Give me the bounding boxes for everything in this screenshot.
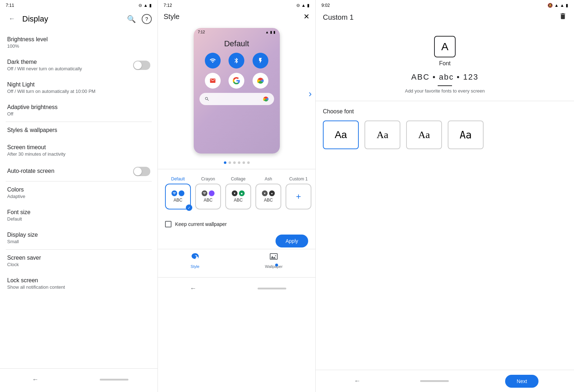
back-nav-2[interactable]: ← [187, 282, 199, 295]
style-option-crayon[interactable]: Crayon ABC [195, 176, 221, 209]
font-icon-box: A [434, 36, 456, 57]
screen-saver-label: Screen saver [7, 255, 41, 261]
settings-item-lock-screen[interactable]: Lock screen Show all notification conten… [0, 272, 157, 295]
back-nav-3[interactable]: ← [351, 374, 363, 388]
font-option-1[interactable]: Aa [323, 121, 359, 149]
default-wifi-icon [171, 190, 177, 196]
style-option-collage-label: Collage [231, 176, 246, 181]
phone-time: 7:12 [198, 30, 205, 34]
auto-rotate-toggle[interactable] [133, 167, 150, 176]
settings-item-colors[interactable]: Colors Adaptive [0, 181, 157, 204]
style-option-crayon-box[interactable]: ABC [195, 184, 221, 209]
dark-theme-sublabel: Off / Will never turn on automatically [7, 66, 82, 71]
collage-wifi-icon: ▼ [232, 190, 237, 196]
style-option-custom1[interactable]: Custom 1 + [286, 176, 311, 209]
status-bar-2: 7:12 ⊝ ▲ ▮ [158, 0, 315, 9]
lock-screen-sublabel: Show all notification content [7, 284, 65, 290]
font-option-4[interactable]: Aa [448, 121, 484, 149]
lock-screen-label: Lock screen [7, 277, 65, 284]
custom-bottom: ← Next [316, 370, 574, 392]
dark-theme-label: Dark theme [7, 59, 82, 65]
settings-item-screen-timeout[interactable]: Screen timeout After 30 minutes of inact… [0, 139, 157, 162]
display-actions: 🔍 ? [127, 14, 152, 24]
status-bar-1: 7:11 ⊝ ▲ ▮ [0, 0, 157, 9]
settings-item-brightness[interactable]: Brightness level 100% [0, 31, 157, 54]
preview-wrapper: 7:12 ▲ ▮ ▮ Default [158, 24, 315, 167]
preview-next-button[interactable]: › [309, 88, 312, 99]
signal-icon-3: ▲ [560, 3, 564, 8]
wallpaper-label: Keep current wallpaper [175, 221, 227, 227]
back-nav-button[interactable]: ← [29, 373, 41, 386]
font-section-title: Font [439, 60, 451, 67]
phone-status: 7:12 ▲ ▮ ▮ [194, 28, 280, 36]
display-panel: 7:11 ⊝ ▲ ▮ ← Display 🔍 ? Brightness leve… [0, 0, 158, 392]
settings-item-font-size[interactable]: Font size Default [0, 204, 157, 227]
next-button[interactable]: Next [505, 375, 538, 388]
settings-item-auto-rotate[interactable]: Auto-rotate screen [0, 162, 157, 181]
svg-point-0 [193, 256, 194, 257]
style-tab-icon [191, 252, 199, 263]
search-button[interactable]: 🔍 [127, 15, 136, 23]
svg-point-1 [194, 254, 195, 255]
style-title: Style [164, 13, 179, 21]
apply-button[interactable]: Apply [276, 235, 308, 247]
style-option-collage[interactable]: Collage ▼ ■ ABC [225, 176, 251, 209]
wifi-app-icon [205, 53, 221, 69]
svg-point-3 [197, 256, 198, 257]
font-option-3[interactable]: Aa [406, 121, 442, 149]
dot-3 [233, 161, 236, 164]
font-icon: A [441, 41, 448, 53]
bottom-tabs: Style Wallpaper [158, 249, 315, 277]
style-option-default-box[interactable]: ABC ✓ [165, 184, 191, 209]
settings-item-styles[interactable]: Styles & wallpapers [0, 122, 157, 139]
nav-pill-2 [258, 288, 286, 289]
status-time-3: 9:02 [321, 3, 330, 8]
style-option-collage-box[interactable]: ▼ ■ ABC [225, 184, 251, 209]
status-bar-3: 9:02 🔕 ▲ ▲ ▮ [316, 0, 574, 9]
screen-saver-sublabel: Clock [7, 262, 41, 267]
screen-timeout-label: Screen timeout [7, 144, 66, 151]
style-option-default[interactable]: Default ABC ✓ [165, 176, 191, 209]
nav-pill-3 [420, 380, 449, 382]
delete-button[interactable] [559, 12, 567, 22]
default-abc-text: ABC [174, 198, 183, 203]
font-options-list: Aa Aa Aa Aa [323, 121, 567, 149]
back-button[interactable]: ← [6, 12, 18, 25]
dot-1 [224, 161, 226, 164]
ash-wifi-icon: ▼ [262, 190, 268, 196]
font-size-sublabel: Default [7, 216, 30, 222]
style-options-list: Default ABC ✓ Crayon [158, 171, 315, 215]
style-option-ash[interactable]: Ash ▼ ● ABC [255, 176, 281, 209]
settings-item-screen-saver[interactable]: Screen saver Clock [0, 250, 157, 272]
help-button[interactable]: ? [142, 14, 152, 24]
bottom-nav-2: ← [158, 277, 315, 301]
ash-circle-icon: ● [269, 190, 275, 196]
wallpaper-tab[interactable]: Wallpaper [265, 252, 283, 273]
style-tab[interactable]: Style [190, 252, 199, 273]
choose-font-section: Choose font Aa Aa Aa Aa [316, 101, 574, 156]
settings-item-night-light[interactable]: Night Light Off / Will turn on automatic… [0, 76, 157, 99]
display-title: Display [22, 14, 123, 24]
nav-pill-1 [100, 379, 128, 381]
style-close-button[interactable]: ✕ [304, 12, 310, 21]
custom-top-bar: Custom 1 [316, 9, 574, 25]
choose-font-title: Choose font [323, 108, 567, 115]
svg-point-2 [196, 254, 197, 255]
default-circle-icon [179, 190, 184, 196]
style-top-bar: Style ✕ [158, 9, 315, 24]
settings-item-display-size[interactable]: Display size Small [0, 227, 157, 249]
settings-item-dark-theme[interactable]: Dark theme Off / Will never turn on auto… [0, 54, 157, 76]
dark-theme-toggle[interactable] [133, 61, 150, 70]
style-option-crayon-label: Crayon [201, 176, 215, 181]
style-divider [158, 169, 315, 169]
style-option-ash-box[interactable]: ▼ ● ABC [255, 184, 281, 209]
font-option-2[interactable]: Aa [364, 121, 400, 149]
status-time-2: 7:12 [164, 3, 172, 8]
dot-2 [229, 161, 231, 164]
style-tab-label: Style [190, 264, 199, 269]
wallpaper-checkbox[interactable] [165, 221, 171, 227]
collage-abc-text: ABC [234, 198, 243, 203]
status-icons-2: ⊝ ▲ ▮ [296, 3, 310, 8]
style-option-custom1-box[interactable]: + [286, 184, 311, 209]
settings-item-adaptive-brightness[interactable]: Adaptive brightness Off [0, 99, 157, 122]
